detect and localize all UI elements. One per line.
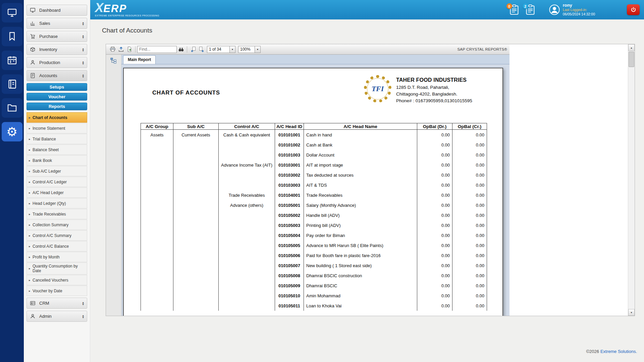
sidebar-group-label: Sales [38,21,82,26]
scroll-up-button[interactable]: ▲ [628,44,635,51]
sidebar-report-voucher-by-date[interactable]: Voucher by Date [26,286,87,296]
sidebar-report-chart-of-accounts[interactable]: Chart of Accounts [26,112,87,123]
sidebar-group-admin[interactable]: Admin▴▾ [26,311,87,322]
sidebar-report-bank-book[interactable]: Bank Book [26,155,87,166]
page-number-input[interactable] [207,46,230,53]
production-icon [30,60,38,65]
table-cell: 0.00 [452,291,487,301]
sidebar-report-collection-summary[interactable]: Collection Summary [26,220,87,230]
company-logo: TFI [364,75,391,103]
find-input[interactable] [137,46,177,53]
iconbar-calendar-icon[interactable] [2,51,22,70]
iconbar-settings-icon[interactable]: ⚙ [2,122,22,141]
table-header-opbal-dr: OpBal (Dr.) [417,123,452,130]
table-cell: 0.00 [417,220,452,230]
sidebar-report-control-a-c-summary[interactable]: Control A/C Summary [26,230,87,241]
viewer-tabstrip: Main Report [121,55,509,64]
table-cell: 010105005 [275,240,304,250]
messages-notification-button[interactable]: 2 [526,4,535,15]
table-cell [173,240,219,250]
sidebar-module-groups: DashboardSales▴▾Purchase▴▾Inventory▴▾Pro… [26,5,87,81]
sidebar-report-trade-receivables[interactable]: Trade Receivables [26,209,87,219]
main-column: X ERP EXTREME ENTERPRISE RESOURCES PROCE… [90,0,644,362]
sidebar-report-sub-a-c-ledger[interactable]: Sub A/C Ledger [26,166,87,176]
table-cell: 010105009 [275,281,304,291]
table-cell: 0.00 [417,190,452,200]
viewer-toolbar: ▼ 100% ▼ SAP CRYSTAL REPORTS® [106,44,509,55]
table-cell [219,291,275,301]
iconbar-folder-icon[interactable] [2,98,22,118]
tasks-notification-button[interactable]: 0 [509,4,519,15]
xerp-logo[interactable]: X ERP EXTREME ENTERPRISE RESOURCES PROCE… [95,3,159,17]
table-cell: 0.00 [417,150,452,160]
sidebar-report-quantity-consumption-by-date[interactable]: Quantity Consumption by Date [26,262,87,275]
zoom-select[interactable]: 100% [238,46,255,53]
page-dropdown-button[interactable]: ▼ [230,46,235,53]
find-button[interactable] [177,46,185,53]
sidebar-group-production[interactable]: Production▴▾ [26,57,87,68]
sidebar-group-inventory[interactable]: Inventory▴▾ [26,44,87,55]
sidebar-group-crm[interactable]: CRM▴▾ [26,298,87,309]
vertical-scrollbar[interactable]: ▲ ▼ [628,44,635,316]
table-cell: 0.00 [452,270,487,281]
user-avatar-button[interactable] [549,4,560,15]
print-button[interactable] [108,46,117,53]
table-cell: 010103003 [275,180,304,190]
sidebar-report-cancelled-vouchers[interactable]: Cancelled Vouchers [26,275,87,285]
table-cell [141,150,173,160]
logo-tagline: EXTREME ENTERPRISE RESOURCES PROCESSING [95,14,159,17]
toolbar-separator [135,46,136,53]
sidebar-report-income-statement[interactable]: Income Statement [26,123,87,133]
zoom-dropdown-button[interactable]: ▼ [255,46,261,53]
table-cell [141,250,173,260]
scroll-down-button[interactable]: ▼ [628,309,635,316]
sidebar-report-control-a-c-ledger[interactable]: Control A/C Ledger [26,177,87,187]
table-cell: 0.00 [452,250,487,260]
sidebar-button-voucher[interactable]: Voucher [26,93,87,101]
table-cell: 010105008 [275,270,304,281]
export-button[interactable] [117,46,125,53]
crystal-reports-brand: SAP CRYSTAL REPORTS® [457,47,507,51]
expand-arrows-icon: ▴▾ [82,61,84,65]
sidebar-report-control-a-c-balance[interactable]: Control A/C Balance [26,241,87,251]
monitor-icon [30,7,38,13]
extreme-solutions-link[interactable]: Extreme Solutions. [600,349,637,354]
table-cell [173,301,219,311]
module-iconbar: ⚙ [0,0,24,362]
table-cell: Advance Income Tax (AIT) [219,160,275,170]
prev-page-button[interactable] [189,46,197,53]
sidebar-button-setups[interactable]: Setups [26,83,87,91]
sidebar-group-purchase[interactable]: Purchase▴▾ [26,31,87,42]
sidebar-report-head-ledger-qty[interactable]: Head Ledger (Qty) [26,198,87,208]
table-cell: 0.00 [417,281,452,291]
export-page-button[interactable] [125,46,133,53]
sidebar-group-label: Dashboard [38,8,84,13]
next-page-button[interactable] [197,46,206,53]
table-cell: Current Assets [173,130,219,140]
sidebar-report-a-c-head-ledger[interactable]: A/C Head Ledger [26,187,87,198]
table-cell [219,301,275,311]
tab-main-report[interactable]: Main Report [123,55,156,64]
logout-power-button[interactable] [627,4,640,15]
export-icon [118,46,124,52]
table-cell [141,230,173,240]
scrollbar-thumb[interactable] [629,52,634,67]
sidebar-report-trial-balance[interactable]: Trial Balance [26,134,87,144]
sidebar-group-dashboard[interactable]: Dashboard [26,5,87,16]
sidebar-group-sales[interactable]: Sales▴▾ [26,18,87,29]
sidebar-button-reports[interactable]: Reports [26,103,87,110]
table-cell [173,281,219,291]
sidebar-report-balance-sheet[interactable]: Balance Sheet [26,144,87,155]
footer: ©2026Extreme Solutions. [586,349,637,354]
iconbar-bookmark-icon[interactable] [2,27,22,46]
company-name: TAHER FOOD INDUSTRIES [396,77,472,83]
iconbar-dashboard-icon[interactable] [2,3,22,22]
table-cell: 0.00 [452,230,487,240]
table-cell: AIT & TDS [304,180,417,190]
sidebar-report-profit-by-month[interactable]: Profit by Month [26,252,87,262]
table-cell: 0.00 [452,190,487,200]
iconbar-journal-icon[interactable] [2,74,22,94]
group-tree-toggle-button[interactable] [109,57,119,65]
sidebar-group-accounts[interactable]: Accounts▴▾ [26,70,87,81]
table-cell [219,240,275,250]
